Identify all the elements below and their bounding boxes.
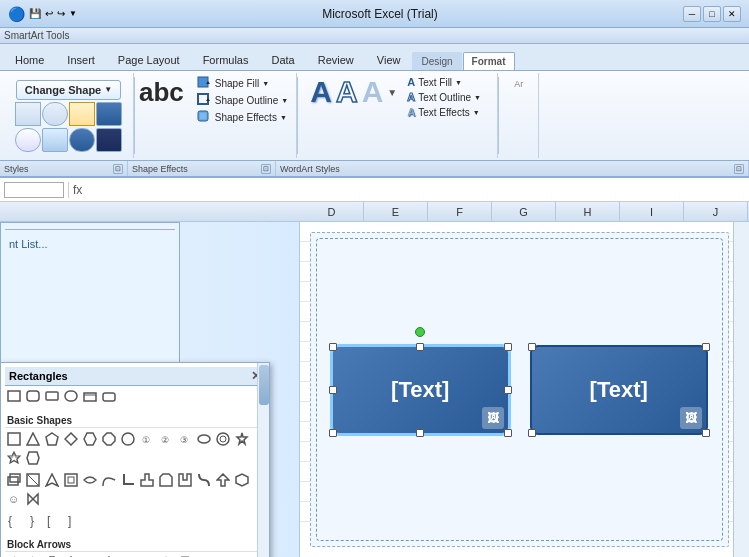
text-outline-button[interactable]: A Text Outline ▼ xyxy=(403,90,485,104)
text-fill-button[interactable]: A Text Fill ▼ xyxy=(403,75,485,89)
shape-b38[interactable]: [ xyxy=(43,512,61,530)
handle-mr-1[interactable] xyxy=(504,386,512,394)
tab-data[interactable]: Data xyxy=(260,48,305,70)
handle-br-1[interactable] xyxy=(504,429,512,437)
wordart-letter-solid[interactable]: A xyxy=(310,75,332,109)
col-header-g[interactable]: G xyxy=(492,202,556,221)
wordart-expand-button[interactable]: ⊡ xyxy=(734,164,744,174)
minimize-button[interactable]: ─ xyxy=(683,6,701,22)
col-header-e[interactable]: E xyxy=(364,202,428,221)
shape-basic-10[interactable]: ③ xyxy=(176,430,194,448)
handle-bl-2[interactable] xyxy=(528,429,536,437)
rectangles-grid[interactable] xyxy=(5,386,265,408)
shape-basic-15[interactable] xyxy=(24,449,42,467)
style-btn-5[interactable] xyxy=(15,128,41,152)
shape-basic-3[interactable] xyxy=(43,430,61,448)
handle-bl-1[interactable] xyxy=(329,429,337,437)
smartart-panel-placeholder[interactable]: nt List... xyxy=(5,234,175,254)
handle-tr-1[interactable] xyxy=(504,343,512,351)
smartart-image-icon-1[interactable]: 🖼 xyxy=(482,407,504,429)
vertical-scrollbar[interactable] xyxy=(733,222,749,557)
shape-basic-2[interactable] xyxy=(24,430,42,448)
shape-rect-2[interactable] xyxy=(24,388,42,406)
function-icon[interactable]: fx xyxy=(73,183,82,197)
shape-basic-4[interactable] xyxy=(62,430,80,448)
col-header-j[interactable]: J xyxy=(684,202,748,221)
style-btn-6[interactable] xyxy=(42,128,68,152)
col-header-h[interactable]: H xyxy=(556,202,620,221)
close-button[interactable]: ✕ xyxy=(723,6,741,22)
tab-format[interactable]: Format xyxy=(463,52,515,70)
shape-effects-expand-button[interactable]: ⊡ xyxy=(261,164,271,174)
change-shape-button[interactable]: Change Shape ▼ xyxy=(16,80,121,100)
shape-b29[interactable] xyxy=(157,471,175,489)
shape-basic-11[interactable] xyxy=(195,430,213,448)
style-btn-3[interactable] xyxy=(69,102,95,126)
shape-b31[interactable] xyxy=(195,471,213,489)
wordart-letter-light[interactable]: A xyxy=(362,75,384,109)
handle-tl-1[interactable] xyxy=(329,343,337,351)
shape-basic-12[interactable] xyxy=(214,430,232,448)
tab-home[interactable]: Home xyxy=(4,48,55,70)
shape-b35[interactable] xyxy=(24,490,42,508)
shape-b22[interactable] xyxy=(24,471,42,489)
tab-review[interactable]: Review xyxy=(307,48,365,70)
quick-access-redo[interactable]: ↪ xyxy=(57,8,65,19)
shape-outline-button[interactable]: Shape Outline ▼ xyxy=(192,92,292,108)
shape-rect-4[interactable] xyxy=(62,388,80,406)
style-btn-1[interactable] xyxy=(15,102,41,126)
shape-basic-6[interactable] xyxy=(100,430,118,448)
shape-b30[interactable] xyxy=(176,471,194,489)
wordart-letter-outline[interactable]: A xyxy=(336,75,358,109)
shape-rect-6[interactable] xyxy=(100,388,118,406)
shape-b34[interactable]: ☺ xyxy=(5,490,23,508)
formula-input[interactable] xyxy=(86,184,745,196)
dropdown-scrollbar[interactable] xyxy=(257,363,269,557)
shape-rect-5[interactable] xyxy=(81,388,99,406)
smartart-image-icon-2[interactable]: 🖼 xyxy=(680,407,702,429)
text-effects-button[interactable]: A Text Effects ▼ xyxy=(403,105,485,119)
shape-basic-14[interactable] xyxy=(5,449,23,467)
dropdown-scroll-thumb[interactable] xyxy=(259,365,269,405)
shape-b27[interactable] xyxy=(119,471,137,489)
handle-tr-2[interactable] xyxy=(702,343,710,351)
styles-expand-button[interactable]: ⊡ xyxy=(113,164,123,174)
shape-effects-button[interactable]: Shape Effects ▼ xyxy=(192,109,292,125)
shape-basic-9[interactable]: ② xyxy=(157,430,175,448)
customize-bar[interactable]: ▼ xyxy=(69,9,77,18)
shape-b39[interactable]: ] xyxy=(62,512,80,530)
smartart-box-1[interactable]: [Text] 🖼 xyxy=(331,345,510,435)
shape-basic-1[interactable] xyxy=(5,430,23,448)
tab-design[interactable]: Design xyxy=(412,52,461,70)
shape-b21[interactable] xyxy=(5,471,23,489)
shape-b23[interactable] xyxy=(43,471,61,489)
shape-b33[interactable] xyxy=(233,471,251,489)
shape-basic-8[interactable]: ① xyxy=(138,430,156,448)
maximize-button[interactable]: □ xyxy=(703,6,721,22)
shape-basic-5[interactable] xyxy=(81,430,99,448)
shape-b25[interactable] xyxy=(81,471,99,489)
tab-view[interactable]: View xyxy=(366,48,412,70)
shape-b26[interactable] xyxy=(100,471,118,489)
shape-b36[interactable]: { xyxy=(5,512,23,530)
tab-formulas[interactable]: Formulas xyxy=(192,48,260,70)
shape-b28[interactable] xyxy=(138,471,156,489)
shape-b24[interactable] xyxy=(62,471,80,489)
handle-bm-1[interactable] xyxy=(416,429,424,437)
name-box[interactable] xyxy=(4,182,64,198)
col-header-i[interactable]: I xyxy=(620,202,684,221)
tab-page-layout[interactable]: Page Layout xyxy=(107,48,191,70)
shape-fill-button[interactable]: Shape Fill ▼ xyxy=(192,75,292,91)
handle-tm-1[interactable] xyxy=(416,343,424,351)
col-header-d[interactable]: D xyxy=(300,202,364,221)
style-btn-7[interactable] xyxy=(69,128,95,152)
handle-ml-1[interactable] xyxy=(329,386,337,394)
shape-rect-3[interactable] xyxy=(43,388,61,406)
style-btn-2[interactable] xyxy=(42,102,68,126)
col-header-f[interactable]: F xyxy=(428,202,492,221)
shape-rect-1[interactable] xyxy=(5,388,23,406)
tab-insert[interactable]: Insert xyxy=(56,48,106,70)
handle-tl-2[interactable] xyxy=(528,343,536,351)
style-btn-4[interactable] xyxy=(96,102,122,126)
wordart-more-arrow[interactable]: ▼ xyxy=(387,87,397,98)
